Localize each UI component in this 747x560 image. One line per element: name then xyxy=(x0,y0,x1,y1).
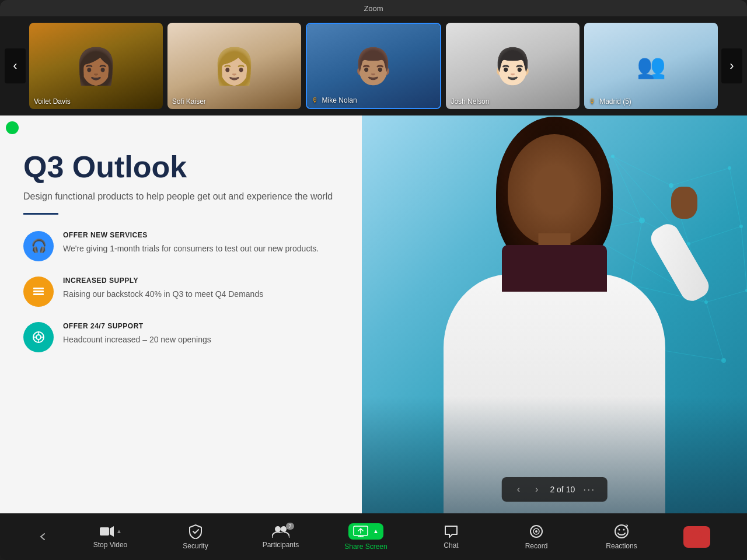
stop-video-label: Stop Video xyxy=(93,541,128,549)
participant-name-sofi: Sofi Kaiser xyxy=(172,97,206,106)
svg-point-44 xyxy=(704,300,708,304)
strip-nav-right[interactable]: › xyxy=(721,48,742,83)
security-item[interactable]: Security xyxy=(172,524,219,550)
svg-point-60 xyxy=(619,528,620,530)
participants-strip: ‹ 👩🏾 Voilet Davis 👩🏼 Sofi Kaiser 👨🏽 🎙 Mi… xyxy=(0,16,747,116)
participants-label: Participants xyxy=(263,541,299,549)
toolbar-caret-left[interactable] xyxy=(37,533,48,541)
reactions-icon xyxy=(614,524,629,539)
speaker-panel: ‹ › 2 of 10 ··· xyxy=(362,116,747,513)
svg-rect-2 xyxy=(33,293,44,295)
svg-point-51 xyxy=(275,526,281,532)
slide-title: Q3 Outlook xyxy=(23,150,338,184)
participant-name-mike: 🎙 Mike Nolan xyxy=(312,96,357,104)
app-title: Zoom xyxy=(364,4,383,13)
record-item[interactable]: Record xyxy=(513,524,560,550)
svg-line-28 xyxy=(706,302,724,360)
record-icon xyxy=(529,524,544,539)
svg-point-59 xyxy=(615,525,628,538)
slide-more-btn[interactable]: ··· xyxy=(583,484,595,496)
svg-line-15 xyxy=(729,168,741,226)
svg-rect-49 xyxy=(100,527,109,536)
slide-indicator xyxy=(6,121,19,134)
slide-item-supply: INCREASED SUPPLY Raising our backstock 4… xyxy=(23,276,338,307)
chat-icon xyxy=(444,524,459,538)
services-text: We're giving 1-month trials for consumer… xyxy=(63,243,338,255)
participant-tile-sofi[interactable]: 👩🏼 Sofi Kaiser xyxy=(167,23,301,109)
main-content: Q3 Outlook Design functional products to… xyxy=(0,116,747,513)
svg-line-22 xyxy=(741,226,747,290)
reactions-label: Reactions xyxy=(606,542,637,550)
svg-point-48 xyxy=(721,358,726,363)
slide-divider xyxy=(23,213,58,215)
svg-rect-0 xyxy=(33,288,44,289)
slide-subtitle: Design functional products to help peopl… xyxy=(23,190,338,204)
support-title: OFFER 24/7 SUPPORT xyxy=(63,322,338,330)
share-screen-label: Share Screen xyxy=(344,542,387,551)
services-title: OFFER NEW SERVICES xyxy=(63,231,338,239)
participant-tile-josh[interactable]: 👨🏻 Josh Nelson xyxy=(446,23,580,109)
svg-point-37 xyxy=(728,166,731,170)
participant-tile-voilet[interactable]: 👩🏾 Voilet Davis xyxy=(29,23,163,109)
svg-point-61 xyxy=(623,528,625,530)
slide-page-info: 2 of 10 xyxy=(550,485,575,494)
chat-item[interactable]: Chat xyxy=(428,524,474,550)
participants-item[interactable]: 7 Participants xyxy=(257,525,304,549)
svg-point-58 xyxy=(535,530,537,533)
supply-title: INCREASED SUPPLY xyxy=(63,276,338,285)
svg-point-4 xyxy=(36,335,41,340)
chat-label: Chat xyxy=(444,541,458,550)
slide-item-services: 🎧 OFFER NEW SERVICES We're giving 1-mont… xyxy=(23,231,338,261)
slide-prev-btn[interactable]: ‹ xyxy=(514,483,523,496)
stop-video-icon: ▲ xyxy=(99,525,122,538)
slide-panel: Q3 Outlook Design functional products to… xyxy=(0,116,362,513)
title-bar: Zoom xyxy=(0,0,747,16)
svg-point-41 xyxy=(739,225,743,228)
supply-text: Raising our backstock 40% in Q3 to meet … xyxy=(63,288,338,300)
support-text: Headcount increased – 20 new openings xyxy=(63,334,338,346)
svg-marker-50 xyxy=(110,526,114,537)
support-icon xyxy=(23,322,54,352)
participant-name-josh: Josh Nelson xyxy=(451,97,489,106)
leave-button[interactable] xyxy=(683,526,710,548)
participant-tile-madrid[interactable]: 👥 🎙 Madrid (5) xyxy=(584,23,718,109)
security-label: Security xyxy=(183,542,208,550)
reactions-item[interactable]: Reactions xyxy=(598,524,645,550)
svg-rect-1 xyxy=(33,290,44,292)
participants-badge: 7 xyxy=(286,523,294,530)
strip-nav-left[interactable]: ‹ xyxy=(5,48,26,83)
stop-video-item[interactable]: ▲ Stop Video xyxy=(87,525,134,549)
security-icon xyxy=(189,524,203,539)
participant-name-madrid: 🎙 Madrid (5) xyxy=(589,97,631,106)
svg-line-25 xyxy=(706,290,747,302)
services-icon: 🎧 xyxy=(23,231,54,261)
slide-nav-overlay: ‹ › 2 of 10 ··· xyxy=(502,477,608,502)
participants-icon: 7 xyxy=(272,525,289,538)
participant-name-voilet: Voilet Davis xyxy=(34,97,71,106)
share-screen-btn[interactable]: ▲ xyxy=(348,523,383,540)
share-screen-item[interactable]: ▲ Share Screen xyxy=(343,523,389,551)
supply-icon xyxy=(23,276,54,307)
slide-next-btn[interactable]: › xyxy=(532,483,542,496)
toolbar: ▲ Stop Video Security 7 Participants xyxy=(0,513,747,560)
record-label: Record xyxy=(525,542,548,550)
slide-item-support: OFFER 24/7 SUPPORT Headcount increased –… xyxy=(23,322,338,352)
participant-tile-mike[interactable]: 👨🏽 🎙 Mike Nolan xyxy=(306,23,442,109)
